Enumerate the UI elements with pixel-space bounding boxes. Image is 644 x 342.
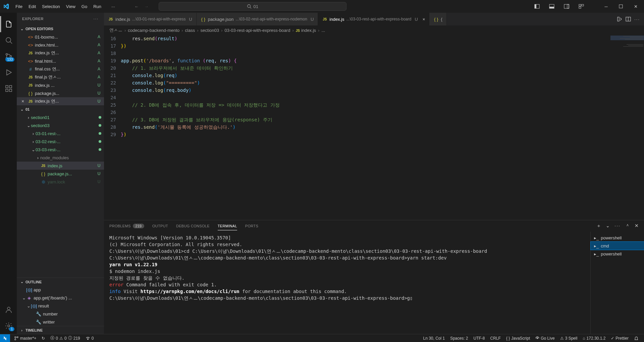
terminal-list-item[interactable]: ▸_powershell (591, 234, 644, 242)
status-sync[interactable]: ↻ (39, 334, 48, 342)
panel-tab-debug[interactable]: DEBUG CONSOLE (176, 222, 210, 230)
breadcrumb-segment[interactable]: codecamp-backend-mento (128, 28, 179, 33)
outline-item[interactable]: [◎]app (17, 286, 104, 294)
tree-item[interactable]: ›section01 (17, 113, 104, 121)
activity-settings-icon[interactable]: 1 (0, 318, 16, 334)
status-problems[interactable]: ⓧ0 ⚠0 ⓘ219 (48, 334, 83, 342)
nav-back-icon[interactable]: ← (135, 4, 139, 9)
breadcrumb-segment[interactable]: JSindex.js (296, 28, 316, 33)
close-icon[interactable]: × (423, 17, 425, 22)
open-editor-item[interactable]: #final.css 연...A (17, 65, 104, 73)
menu-file[interactable]: File (13, 2, 25, 11)
panel-tab-problems[interactable]: PROBLEMS (109, 222, 131, 230)
terminal-dropdown-icon[interactable]: ⌄ (606, 223, 610, 229)
breadcrumb-segment[interactable]: 연ㅅㅡ (109, 27, 122, 33)
open-editor-item[interactable]: <>final.html...A (17, 57, 104, 65)
open-editor-item[interactable]: JSfinal.js 연ㅅ...A (17, 73, 104, 81)
window-minimize-icon[interactable]: ─ (600, 1, 612, 11)
timeline-header[interactable]: › TIMELINE (17, 326, 104, 334)
activity-source-control-icon[interactable]: 133 (0, 48, 16, 64)
open-editor-item[interactable]: JSindex.js ...U (17, 81, 104, 89)
outline-item[interactable]: 🔧number (17, 310, 104, 318)
layout-primary-icon[interactable] (531, 1, 543, 11)
status-encoding[interactable]: UTF-8 (471, 336, 488, 341)
status-golive[interactable]: Go Live (533, 336, 557, 341)
menu-overflow-icon[interactable]: ··· (109, 2, 118, 11)
terminal-new-icon[interactable]: ＋ (596, 223, 601, 229)
layout-secondary-icon[interactable] (561, 1, 572, 11)
close-icon[interactable]: × (21, 99, 26, 104)
tree-item[interactable]: ⌄section03 (17, 121, 104, 129)
command-center[interactable]: 01 (159, 2, 346, 11)
open-editors-header[interactable]: ⌄ OPEN EDITORS (17, 25, 104, 33)
activity-account-icon[interactable] (0, 302, 16, 318)
sidebar-more-icon[interactable]: ··· (94, 17, 99, 21)
menu-selection[interactable]: Selection (39, 2, 62, 11)
editor-tab[interactable]: JSindex.js...\03-01-rest-api-with-expres… (104, 13, 197, 25)
status-cursor[interactable]: Ln 30, Col 1 (420, 336, 447, 341)
window-close-icon[interactable]: ✕ (630, 1, 641, 11)
breadcrumb-segment[interactable]: section03 (201, 28, 219, 33)
breadcrumb-segment[interactable]: 03-03-rest-api-with-express-board (225, 28, 290, 33)
outline-item[interactable]: ⌄◈app.get('/boards') ... (17, 294, 104, 302)
layout-panel-icon[interactable] (546, 1, 557, 11)
editor-tab[interactable]: JSindex.js...\03-03-rest-api-with-expres… (318, 13, 429, 25)
outline-item[interactable]: ⌄[◎]result (17, 302, 104, 310)
outline-header[interactable]: ⌄ OUTLINE (17, 278, 104, 286)
open-editor-item[interactable]: { }package.js...U (17, 89, 104, 97)
status-spell[interactable]: ⚠ 3 Spell (557, 336, 580, 341)
outline-item[interactable]: 🔧writter (17, 318, 104, 326)
activity-explorer-icon[interactable] (0, 16, 16, 32)
panel-tab-ports[interactable]: PORTS (245, 222, 258, 230)
activity-debug-icon[interactable] (0, 64, 16, 80)
open-editor-item[interactable]: <>01-boxmo...A (17, 33, 104, 41)
tree-item[interactable]: ›node_modules (17, 154, 104, 162)
status-eol[interactable]: CRLF (488, 336, 503, 341)
breadcrumb-segment[interactable]: class (185, 28, 195, 33)
menu-go[interactable]: Go (79, 2, 90, 11)
minimap[interactable] (610, 35, 644, 220)
tree-item[interactable]: ⬢yarn.lockU (17, 178, 104, 186)
status-port[interactable]: 0 (83, 334, 97, 342)
editor-tab[interactable]: { }{ (429, 13, 446, 25)
breadcrumb-segment[interactable]: ... (321, 28, 325, 33)
status-language[interactable]: { } JavaScript (503, 336, 533, 341)
open-editor-item[interactable]: JSindex.js 연...A (17, 49, 104, 57)
workspace-header[interactable]: ⌄ 01 (17, 105, 104, 113)
status-bell-icon[interactable] (631, 336, 641, 341)
remote-indicator[interactable] (0, 334, 10, 342)
panel-tab-terminal[interactable]: TERMINAL (218, 222, 237, 230)
status-ip[interactable]: ⌂ 172.30.1.2 (580, 336, 608, 341)
menu-run[interactable]: Run (91, 2, 104, 11)
panel-close-icon[interactable]: ✕ (635, 223, 639, 229)
run-compare-icon[interactable] (617, 16, 622, 22)
tree-item[interactable]: { }package.js...U (17, 170, 104, 178)
status-prettier[interactable]: ✓ Prettier (608, 336, 631, 341)
tree-item[interactable]: ›03-01-rest-... (17, 129, 104, 137)
menu-view[interactable]: View (63, 2, 78, 11)
terminal-list-item[interactable]: ▸_powershell (591, 250, 644, 258)
editor-more-icon[interactable]: ··· (634, 17, 640, 22)
panel-more-icon[interactable]: ··· (614, 223, 621, 229)
editor-tab[interactable]: { }package.json...\03-02-rest-api-with-e… (197, 13, 318, 25)
terminal-list-item[interactable]: ▸_cmd (591, 242, 644, 250)
terminal-output[interactable]: Microsoft Windows [Version 10.0.19045.35… (104, 232, 590, 334)
open-editor-item[interactable]: <>index.html...A (17, 41, 104, 49)
code-content[interactable]: res.send(result)})app.post('/boards', fu… (121, 35, 644, 220)
code-editor[interactable]: 1617181920212223242526272829 res.send(re… (104, 35, 644, 220)
status-branch[interactable]: master*+ (11, 334, 39, 342)
panel-maximize-icon[interactable]: ＾ (625, 223, 630, 229)
open-editor-item[interactable]: ×JSindex.js 연...U (17, 97, 104, 105)
status-spaces[interactable]: Spaces: 2 (447, 336, 471, 341)
window-maximize-icon[interactable] (615, 1, 627, 11)
breadcrumb[interactable]: 연ㅅㅡ›codecamp-backend-mento›class›section… (104, 25, 644, 35)
activity-extensions-icon[interactable] (0, 80, 16, 97)
layout-customize-icon[interactable] (576, 1, 587, 11)
activity-search-icon[interactable] (0, 32, 16, 48)
tree-item[interactable]: ›03-02-rest-... (17, 137, 104, 146)
tree-item[interactable]: ⌄03-03-rest-... (17, 146, 104, 154)
split-editor-icon[interactable] (626, 16, 631, 22)
panel-tab-output[interactable]: OUTPUT (152, 222, 168, 230)
nav-forward-icon[interactable]: → (144, 4, 149, 9)
menu-edit[interactable]: Edit (26, 2, 39, 11)
